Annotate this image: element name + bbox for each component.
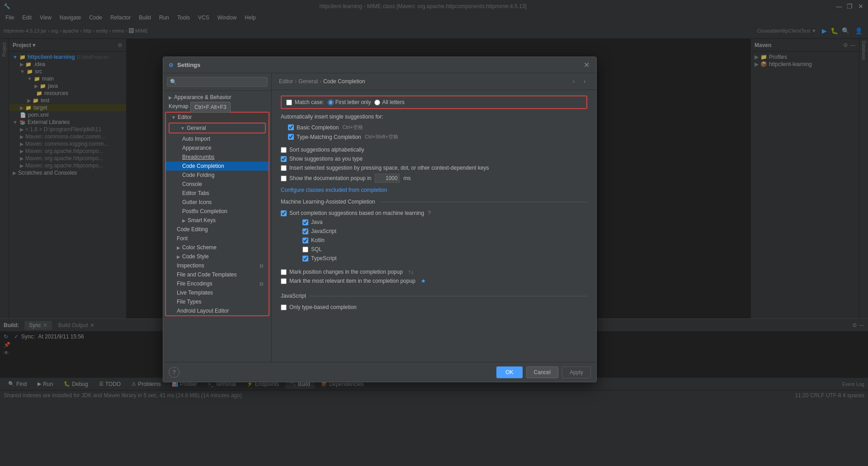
- dialog-close-btn[interactable]: ✕: [582, 61, 591, 70]
- type-matching-checkbox[interactable]: [288, 134, 294, 140]
- show-suggestions-checkbox[interactable]: [281, 156, 287, 162]
- type-matching-shortcut: Ctrl+Shift+空格: [365, 133, 398, 140]
- sql-checkbox[interactable]: [302, 247, 308, 252]
- show-docs-checkbox[interactable]: [281, 176, 287, 181]
- all-letters-radio[interactable]: [374, 100, 380, 105]
- kotlin-checkbox[interactable]: [302, 238, 308, 243]
- nav-font[interactable]: Font: [166, 234, 269, 243]
- nav-code-editing[interactable]: Code Editing: [166, 225, 269, 234]
- nav-auto-import[interactable]: Auto Import: [166, 134, 269, 143]
- ml-section: Machine Learning-Assisted Completion Sor…: [281, 199, 587, 263]
- sql-label[interactable]: SQL: [302, 246, 322, 252]
- ml-title: Machine Learning-Assisted Completion: [281, 199, 375, 205]
- sort-alpha-checkbox[interactable]: [281, 147, 287, 153]
- only-type-based-label[interactable]: Only type-based completion: [281, 304, 357, 310]
- file-types-label: File Types: [177, 299, 201, 305]
- javascript-checkbox[interactable]: [302, 228, 308, 234]
- first-letter-radio-label[interactable]: First letter only: [328, 99, 371, 105]
- breadcrumb: Editor › General › Code Completion: [279, 78, 365, 85]
- ml-section-header: Machine Learning-Assisted Completion: [281, 199, 587, 205]
- back-btn[interactable]: ‹: [569, 77, 578, 86]
- mark-position-label[interactable]: Mark position changes in the completion …: [281, 269, 403, 275]
- first-letter-radio[interactable]: [328, 100, 334, 105]
- settings-search-input[interactable]: [167, 77, 268, 87]
- first-letter-text: First letter only: [335, 99, 371, 105]
- only-type-based-checkbox[interactable]: [281, 304, 287, 310]
- color-scheme-label: Color Scheme: [182, 244, 217, 251]
- sort-ml-label[interactable]: Sort completion suggestions based on mac…: [281, 210, 424, 216]
- ok-btn[interactable]: OK: [496, 366, 522, 378]
- insert-by-space-checkbox[interactable]: [281, 165, 287, 171]
- java-row: Java: [281, 218, 587, 227]
- sort-alpha-row: Sort suggestions alphabetically: [281, 145, 587, 154]
- nav-general[interactable]: ▼ General: [170, 124, 265, 133]
- mark-relevant-label[interactable]: Mark the most relevant item in the compl…: [281, 278, 415, 284]
- basic-shortcut-text: Ctrl+空格: [342, 124, 363, 131]
- nav-appearance-behavior[interactable]: ▶ Appearance & Behavior: [163, 93, 271, 102]
- only-type-based-text: Only type-based completion: [289, 304, 357, 310]
- nav-postfix-completion[interactable]: Postfix Completion: [166, 207, 269, 216]
- dialog-body: ▶ Appearance & Behavior Ctrl+F Alt+F3 Ke…: [163, 73, 596, 362]
- ml-info-icon[interactable]: ?: [428, 210, 431, 216]
- gutter-icons-label: Gutter Icons: [182, 199, 212, 205]
- apply-btn[interactable]: Apply: [562, 366, 591, 378]
- insert-by-space-row: Insert selected suggestion by pressing s…: [281, 163, 587, 172]
- sort-ml-checkbox[interactable]: [281, 210, 287, 216]
- nav-color-scheme[interactable]: ▶ Color Scheme: [166, 243, 269, 252]
- nav-code-folding[interactable]: Code Folding: [166, 171, 269, 180]
- show-docs-label[interactable]: Show the documentation popup in: [281, 175, 371, 181]
- android-layout-label: Android Layout Editor: [177, 308, 229, 314]
- match-case-checkbox[interactable]: [286, 100, 292, 105]
- type-matching-row: Type-Matching Completion Ctrl+Shift+空格: [281, 132, 587, 142]
- nav-appearance[interactable]: Appearance: [166, 143, 269, 152]
- nav-console[interactable]: Console: [166, 180, 269, 189]
- content-nav-buttons: ‹ ›: [569, 77, 589, 86]
- all-letters-radio-label[interactable]: All letters: [374, 99, 404, 105]
- help-btn[interactable]: ?: [169, 367, 179, 378]
- forward-btn[interactable]: ›: [580, 77, 589, 86]
- nav-editor[interactable]: ▼ Editor: [166, 113, 269, 122]
- sort-ml-row: Sort completion suggestions based on mac…: [281, 209, 587, 218]
- nav-code-completion[interactable]: Code Completion: [166, 162, 269, 171]
- nav-editor-tabs[interactable]: Editor Tabs: [166, 189, 269, 198]
- breadcrumb-current: Code Completion: [323, 78, 365, 85]
- match-case-checkbox-label[interactable]: Match case:: [286, 99, 324, 105]
- nav-file-encodings[interactable]: File Encodings ⊟: [166, 279, 269, 288]
- code-style-label: Code Style: [182, 253, 209, 260]
- java-label[interactable]: Java: [302, 219, 322, 225]
- mark-relevant-checkbox[interactable]: [281, 278, 287, 284]
- basic-completion-label[interactable]: Basic Completion: [288, 124, 339, 131]
- mark-position-checkbox[interactable]: [281, 269, 287, 275]
- nav-appearance-container: ▶ Appearance & Behavior Ctrl+F Alt+F3: [163, 93, 271, 102]
- insert-by-space-label[interactable]: Insert selected suggestion by pressing s…: [281, 165, 489, 171]
- nav-file-types[interactable]: File Types: [166, 297, 269, 306]
- kotlin-label[interactable]: Kotlin: [302, 237, 325, 243]
- typescript-label[interactable]: TypeScript: [302, 255, 337, 262]
- show-suggestions-label[interactable]: Show suggestions as you type: [281, 156, 363, 162]
- nav-code-style[interactable]: ▶ Code Style: [166, 252, 269, 261]
- type-matching-label[interactable]: Type-Matching Completion: [288, 134, 361, 140]
- docs-ms-input[interactable]: [375, 174, 400, 183]
- show-suggestions-row: Show suggestions as you type: [281, 154, 587, 163]
- only-type-based-row: Only type-based completion: [281, 303, 587, 312]
- java-checkbox[interactable]: [302, 219, 308, 225]
- nav-file-code-templates[interactable]: File and Code Templates: [166, 270, 269, 279]
- configure-link[interactable]: Configure classes excluded from completi…: [281, 187, 387, 193]
- nav-android-layout[interactable]: Android Layout Editor: [166, 306, 269, 315]
- nav-breadcrumbs[interactable]: Breadcrumbs: [166, 152, 269, 162]
- nav-smart-keys[interactable]: ▶ Smart Keys: [166, 216, 269, 225]
- breadcrumb-sep2: ›: [320, 78, 321, 85]
- nav-gutter-icons[interactable]: Gutter Icons: [166, 198, 269, 207]
- font-label: Font: [177, 235, 188, 242]
- cancel-btn[interactable]: Cancel: [526, 366, 558, 378]
- appearance-nav-label: Appearance: [182, 145, 212, 151]
- basic-completion-checkbox[interactable]: [288, 124, 294, 130]
- dialog-search-area: [163, 73, 271, 91]
- typescript-checkbox[interactable]: [302, 256, 308, 262]
- nav-live-templates[interactable]: Live Templates: [166, 288, 269, 297]
- nav-inspections[interactable]: Inspections ⊟: [166, 261, 269, 270]
- sort-alpha-label[interactable]: Sort suggestions alphabetically: [281, 147, 364, 153]
- javascript-label[interactable]: JavaScript: [302, 228, 336, 234]
- editor-label: Editor: [178, 114, 192, 120]
- editor-section-border: ▼ Editor ▼ General: [165, 112, 269, 316]
